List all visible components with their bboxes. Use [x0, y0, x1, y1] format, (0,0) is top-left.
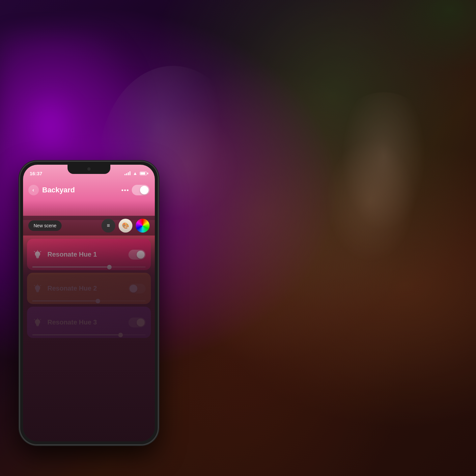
phone-mockup: 16:37 ▲	[20, 161, 158, 445]
status-icons: ▲	[125, 171, 148, 176]
svg-rect-0	[36, 257, 39, 258]
list-icon: ≡	[107, 223, 110, 229]
svg-line-13	[34, 319, 35, 320]
battery-icon	[140, 172, 148, 175]
palette-button[interactable]: 🎨	[119, 219, 132, 233]
new-scene-button[interactable]: New scene	[28, 220, 62, 231]
app-header: ‹ Backyard	[23, 179, 155, 201]
room-toggle[interactable]	[132, 185, 150, 195]
phone-notch	[68, 165, 110, 174]
color-wheel-button[interactable]	[136, 219, 150, 233]
svg-line-14	[41, 319, 41, 320]
scene-name-2: Resonate Hue 2	[47, 285, 124, 292]
svg-rect-10	[36, 325, 39, 326]
more-options-button[interactable]	[122, 189, 128, 191]
svg-rect-6	[37, 292, 39, 293]
scene-toggle-2[interactable]	[128, 284, 146, 294]
scenes-list: Resonate Hue 1	[23, 239, 155, 441]
back-chevron-icon: ‹	[32, 187, 34, 193]
phone-screen: 16:37 ▲	[23, 165, 155, 441]
scene-card-1[interactable]: Resonate Hue 1	[27, 239, 151, 270]
scene-name-3: Resonate Hue 3	[47, 319, 124, 326]
scene-card-2[interactable]: Resonate Hue 2	[27, 273, 151, 304]
scene-card-3[interactable]: Resonate Hue 3	[27, 307, 151, 338]
status-time: 16:37	[30, 171, 42, 176]
scene-slider-3[interactable]	[32, 334, 146, 335]
svg-rect-11	[37, 326, 39, 326]
wifi-icon: ▲	[133, 171, 137, 176]
palette-icon: 🎨	[122, 222, 129, 229]
signal-strength-icon	[125, 171, 130, 175]
scene-icon-1	[32, 249, 43, 260]
svg-rect-1	[37, 258, 39, 259]
svg-rect-5	[36, 291, 39, 292]
back-button[interactable]: ‹	[28, 185, 39, 195]
svg-line-4	[41, 251, 41, 252]
svg-line-9	[41, 285, 41, 286]
scene-slider-2[interactable]	[32, 300, 146, 301]
svg-line-3	[34, 251, 35, 252]
scene-name-1: Resonate Hue 1	[47, 251, 124, 258]
front-camera	[87, 167, 91, 171]
toggle-knob	[140, 186, 149, 194]
scene-toggle-3[interactable]	[128, 318, 146, 327]
scene-slider-1[interactable]	[32, 266, 146, 267]
scenes-toolbar: New scene ≡ 🎨	[23, 216, 155, 236]
svg-line-8	[34, 285, 35, 286]
scene-toggle-1[interactable]	[128, 250, 146, 260]
room-title: Backyard	[42, 186, 118, 194]
list-view-button[interactable]: ≡	[101, 219, 115, 233]
phone-body: 16:37 ▲	[20, 161, 158, 445]
scene-icon-3	[32, 317, 43, 328]
scene-icon-2	[32, 283, 43, 294]
